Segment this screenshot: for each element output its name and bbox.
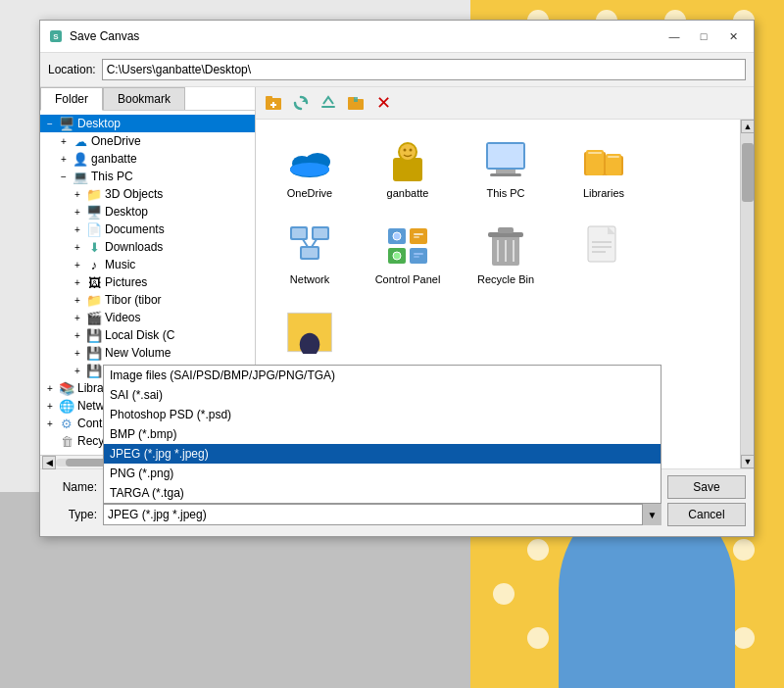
- tree-item-thispc[interactable]: − 💻 This PC: [40, 168, 255, 185]
- maximize-button[interactable]: □: [691, 26, 716, 46]
- file-item-thispc[interactable]: This PC: [462, 129, 550, 206]
- tree-toggle[interactable]: +: [58, 136, 70, 147]
- vertical-scrollbar[interactable]: ▲ ▼: [740, 120, 754, 468]
- file-item-libraries[interactable]: Libraries: [560, 129, 648, 206]
- libraries-icon: 📚: [59, 380, 74, 396]
- tree-item-ganbatte[interactable]: + 👤 ganbatte: [40, 150, 255, 168]
- svg-point-45: [393, 252, 401, 260]
- tree-toggle[interactable]: +: [72, 189, 83, 200]
- svg-point-19: [410, 149, 413, 152]
- file-item-control-panel[interactable]: Control Panel: [364, 216, 452, 292]
- svg-rect-23: [490, 173, 521, 176]
- cancel-button[interactable]: Cancel: [667, 503, 746, 526]
- file-item-file1[interactable]: [560, 216, 648, 292]
- pictures-icon: 🖼: [86, 274, 102, 290]
- network-file-icon: [286, 222, 333, 270]
- location-input[interactable]: [102, 59, 746, 80]
- svg-rect-21: [488, 144, 523, 168]
- tree-item-newvolume[interactable]: + 💾 New Volume: [40, 344, 255, 362]
- tree-label: ganbatte: [91, 152, 137, 166]
- user-icon: 👤: [73, 151, 88, 167]
- file-item-recycle-bin[interactable]: Recycle Bin: [462, 216, 550, 292]
- new-folder-button[interactable]: [262, 91, 285, 115]
- v-scroll-track[interactable]: [741, 133, 754, 455]
- rename-button[interactable]: [317, 91, 340, 115]
- tree-toggle[interactable]: +: [58, 154, 70, 165]
- titlebar: S Save Canvas — □ ✕: [40, 21, 754, 53]
- file-item-ganbatte[interactable]: ganbatte: [364, 129, 452, 206]
- dropdown-item-png[interactable]: PNG (*.png): [104, 464, 661, 483]
- tree-item-3dobjects[interactable]: + 📁 3D Objects: [40, 185, 255, 203]
- tree-toggle[interactable]: +: [44, 418, 56, 429]
- tree-toggle[interactable]: +: [72, 348, 83, 359]
- tree-toggle[interactable]: −: [58, 172, 70, 182]
- type-label: Type:: [48, 508, 97, 521]
- scroll-left-arrow[interactable]: ◀: [42, 456, 56, 469]
- tree-item-music[interactable]: + ♪ Music: [40, 256, 255, 273]
- type-select[interactable]: Image files (SAI/PSD/BMP/JPG/PNG/TGA) SA…: [103, 504, 662, 525]
- tree-item-onedrive[interactable]: + ☁ OneDrive: [40, 132, 255, 150]
- file-item-label: Libraries: [583, 187, 624, 199]
- network-icon: 🌐: [59, 398, 74, 414]
- svg-rect-3: [266, 96, 272, 99]
- tree-label: Documents: [105, 222, 165, 236]
- type-row: Type: Image files (SAI/PSD/BMP/JPG/PNG/T…: [48, 503, 746, 526]
- file-item-canvas-thumb[interactable]: [266, 302, 354, 367]
- tree-toggle[interactable]: +: [44, 383, 56, 394]
- tree-toggle[interactable]: +: [72, 366, 83, 376]
- v-scroll-thumb[interactable]: [742, 143, 754, 202]
- file-item-label: Network: [290, 273, 329, 285]
- tree-item-desktop-sub[interactable]: + 🖥️ Desktop: [40, 203, 255, 221]
- downloads-icon: ⬇: [86, 239, 102, 255]
- scroll-down-arrow[interactable]: ▼: [741, 455, 754, 468]
- tree-item-downloads[interactable]: + ⬇ Downloads: [40, 238, 255, 256]
- file-toolbar: ✕: [256, 87, 754, 120]
- svg-rect-36: [314, 228, 327, 238]
- svg-rect-47: [414, 256, 419, 258]
- tree-item-localdisk[interactable]: + 💾 Local Disk (C: [40, 326, 255, 344]
- file1-icon: [580, 222, 627, 270]
- tree-toggle[interactable]: +: [44, 401, 56, 412]
- save-canvas-dialog: S Save Canvas — □ ✕ Location: Folder Boo…: [39, 20, 755, 537]
- dialog-bottom: Name: Save Type: Image files (SAI/PSD/BM…: [40, 469, 754, 536]
- tree-toggle[interactable]: −: [44, 119, 56, 129]
- refresh-button[interactable]: [289, 91, 313, 115]
- dropdown-item-sai[interactable]: SAI (*.sai): [104, 385, 661, 405]
- disk-icon: 💾: [86, 345, 102, 361]
- folder-up-button[interactable]: [344, 91, 368, 115]
- tree-item-tibor[interactable]: + 📁 Tibor (tibor: [40, 291, 255, 309]
- svg-point-17: [400, 144, 416, 160]
- tree-toggle[interactable]: +: [72, 260, 83, 270]
- file-item-network[interactable]: Network: [266, 216, 354, 292]
- tab-bookmark[interactable]: Bookmark: [103, 87, 185, 110]
- tree-toggle[interactable]: +: [72, 295, 83, 306]
- scroll-up-arrow[interactable]: ▲: [741, 120, 754, 133]
- tree-item-desktop[interactable]: − 🖥️ Desktop: [40, 115, 255, 132]
- file-item-onedrive[interactable]: OneDrive: [266, 129, 354, 206]
- type-dropdown-list[interactable]: Image files (SAI/PSD/BMP/JPG/PNG/TGA) SA…: [103, 365, 662, 504]
- folder-icon: 📁: [86, 292, 102, 308]
- tree-item-videos[interactable]: + 🎬 Videos: [40, 309, 255, 326]
- tree-toggle[interactable]: +: [72, 224, 83, 235]
- dropdown-item-tga[interactable]: TARGA (*.tga): [104, 483, 661, 503]
- minimize-button[interactable]: —: [662, 26, 687, 46]
- tree-toggle[interactable]: +: [72, 330, 83, 341]
- tree-toggle[interactable]: +: [72, 313, 83, 323]
- dropdown-item-bmp[interactable]: BMP (*.bmp): [104, 424, 661, 444]
- tree-toggle[interactable]: +: [72, 242, 83, 253]
- dropdown-item-psd[interactable]: Photoshop PSD (*.psd): [104, 405, 661, 424]
- close-button[interactable]: ✕: [720, 26, 746, 46]
- dot: [527, 627, 549, 649]
- tree-toggle[interactable]: +: [72, 277, 83, 288]
- tree-item-documents[interactable]: + 📄 Documents: [40, 221, 255, 238]
- tree-item-pictures[interactable]: + 🖼 Pictures: [40, 273, 255, 291]
- tree-toggle[interactable]: +: [72, 207, 83, 218]
- save-button[interactable]: Save: [667, 475, 746, 499]
- control-panel-icon: ⚙: [59, 416, 74, 431]
- libraries-file-icon: [580, 136, 627, 183]
- dropdown-item-imagefiles[interactable]: Image files (SAI/PSD/BMP/JPG/PNG/TGA): [104, 366, 661, 385]
- tab-folder[interactable]: Folder: [40, 87, 103, 111]
- tree-label: Desktop: [77, 117, 121, 130]
- delete-button[interactable]: ✕: [371, 91, 395, 115]
- dropdown-item-jpeg[interactable]: JPEG (*.jpg *.jpeg): [104, 444, 661, 464]
